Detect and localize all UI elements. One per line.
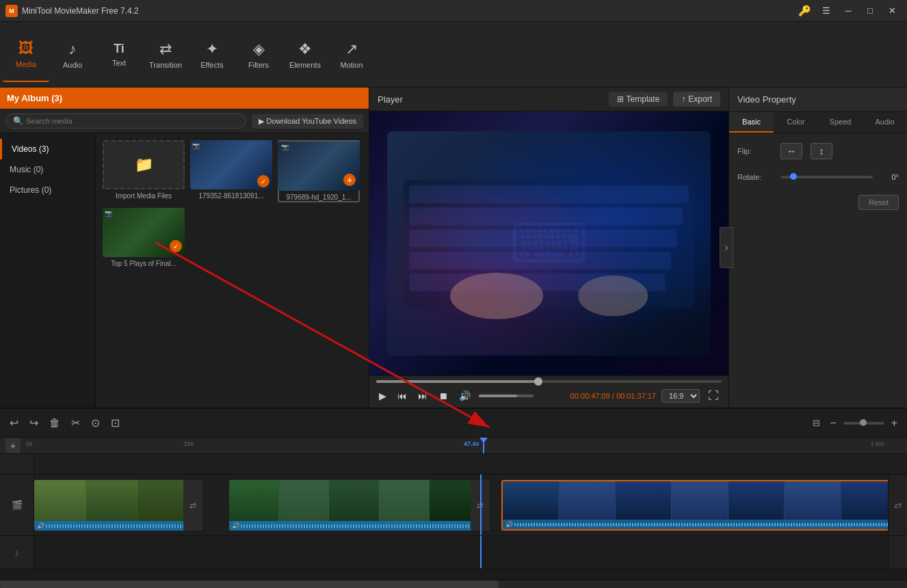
next-frame-button[interactable]: ⏭ — [415, 389, 430, 403]
progress-bar[interactable] — [376, 380, 722, 383]
toolbar-text[interactable]: Ti Text — [96, 27, 142, 82]
keyboard-visual — [387, 131, 711, 356]
redo-button[interactable]: ↪ — [27, 414, 41, 432]
rotate-slider[interactable] — [780, 176, 873, 178]
tab-audio[interactable]: Audio — [863, 112, 907, 133]
toolbar-effects[interactable]: ✦ Effects — [189, 27, 235, 82]
fullscreen-button[interactable]: ⛶ — [705, 388, 722, 403]
svg-rect-5 — [409, 273, 665, 291]
download-youtube-btn[interactable]: ▶ Download YouTube Videos — [252, 114, 364, 129]
titlebar-key-btn[interactable]: 🔑 — [795, 3, 814, 18]
progress-fill — [376, 380, 538, 383]
stop-button[interactable]: ⏹ — [436, 389, 451, 403]
download-youtube-label: Download YouTube Videos — [267, 117, 357, 125]
vid1-label: 179352-861813091... — [190, 192, 272, 200]
toolbar-motion[interactable]: ↗ Motion — [328, 27, 375, 82]
playhead[interactable] — [483, 438, 484, 453]
tab-speed[interactable]: Speed — [818, 112, 863, 133]
time-display: 00:00:47:09 / 00:01:37:17 — [570, 392, 656, 400]
upper-audio-track — [0, 454, 907, 475]
timeline-scrollbar[interactable] — [0, 580, 907, 588]
toolbar-transition-label: Transition — [149, 61, 182, 69]
timeline-zoom-controls: ⊟ − + — [810, 414, 900, 432]
minimize-button[interactable]: ─ — [839, 3, 858, 18]
crop-button[interactable]: ⊡ — [108, 414, 122, 432]
zoom-slider[interactable] — [843, 422, 884, 425]
toolbar-filters[interactable]: ◈ Filters — [235, 27, 282, 82]
toolbar: 🖼 Media ♪ Audio Ti Text ⇄ Transition ✦ E… — [0, 22, 907, 88]
vid3-cam-icon: 📷 — [105, 210, 112, 217]
aspect-ratio-select[interactable]: 16:9 4:3 1:1 — [661, 389, 700, 403]
timeline-clip-1[interactable]: 🔊 — [34, 480, 190, 531]
ruler-mark-47s: 47.4s — [464, 440, 479, 447]
flip-label: Flip: — [737, 147, 775, 155]
playhead-triangle — [479, 438, 488, 443]
tab-basic[interactable]: Basic — [729, 112, 774, 133]
youtube-icon: ▶ — [259, 117, 264, 126]
toolbar-transition[interactable]: ⇄ Transition — [142, 27, 189, 82]
import-label: Import Media Files — [103, 192, 185, 200]
ruler-mark-0s: 0s — [26, 440, 33, 447]
reset-button[interactable]: Reset — [858, 195, 899, 210]
detach-audio-button[interactable]: ⊙ — [88, 414, 103, 432]
titlebar-menu-btn[interactable]: ☰ — [817, 3, 836, 18]
player-controls: ▶ ⏮ ⏭ ⏹ 🔊 00:00:47:09 / 00:01:37:17 16:9 — [369, 375, 728, 407]
vid3-check-badge: ✓ — [170, 240, 182, 252]
rotate-label: Rotate: — [737, 173, 775, 181]
split-button[interactable]: ✂ — [68, 414, 83, 432]
timeline-ruler: + 0s 15s 47.4s 1.6m — [0, 438, 907, 454]
toolbar-audio[interactable]: ♪ Audio — [49, 27, 96, 82]
media-icon: 🖼 — [18, 40, 34, 57]
template-button[interactable]: ⊞ Template — [609, 92, 668, 107]
panel-collapse-button[interactable]: › — [720, 227, 733, 268]
play-button[interactable]: ▶ — [376, 389, 389, 403]
right-track-handle[interactable]: ⇄ — [888, 475, 907, 535]
zoom-fit-button[interactable]: ⊟ — [810, 415, 823, 431]
export-button[interactable]: ↑ Export — [673, 92, 720, 107]
maximize-button[interactable]: □ — [860, 3, 880, 18]
app-icon: M — [5, 5, 18, 17]
transition-handle-1[interactable]: ⇄ — [183, 480, 202, 531]
svg-rect-3 — [409, 230, 676, 248]
audio-track-content[interactable] — [34, 536, 888, 568]
audio-icon: ♪ — [69, 40, 77, 58]
scrollbar-thumb[interactable] — [0, 580, 499, 588]
left-panel-body: Videos (3) Music (0) Pictures (0) 📁 Impo… — [0, 133, 369, 407]
media-item-vid2[interactable]: 📷 + 979689-hd_1920_1... — [278, 140, 360, 202]
import-media-tile[interactable]: 📁 Import Media Files — [103, 140, 185, 202]
ruler-marks: 0s 15s 47.4s 1.6m — [26, 438, 902, 453]
progress-thumb[interactable] — [534, 377, 542, 386]
tab-color[interactable]: Color — [774, 112, 818, 133]
toolbar-media[interactable]: 🖼 Media — [3, 27, 49, 82]
svg-point-8 — [578, 276, 648, 317]
prev-frame-button[interactable]: ⏮ — [395, 389, 410, 403]
video-track-content[interactable]: 🔊 ⇄ — [34, 475, 888, 535]
zoom-in-button[interactable]: + — [889, 414, 900, 432]
toolbar-audio-label: Audio — [63, 61, 82, 69]
sidebar-item-videos[interactable]: Videos (3) — [0, 139, 95, 159]
zoom-out-button[interactable]: − — [827, 414, 839, 432]
sidebar-item-music[interactable]: Music (0) — [0, 159, 95, 180]
track-playhead — [480, 475, 482, 535]
svg-rect-6 — [404, 179, 694, 307]
video-preview — [369, 111, 728, 375]
volume-slider[interactable] — [479, 395, 534, 397]
delete-button[interactable]: 🗑 — [47, 414, 63, 432]
add-track-button[interactable]: + — [5, 438, 21, 453]
volume-button[interactable]: 🔊 — [456, 389, 473, 403]
toolbar-elements-label: Elements — [289, 61, 321, 69]
audio-track-label: ♪ — [0, 536, 34, 568]
media-item-vid1[interactable]: 📷 ✓ 179352-861813091... — [190, 140, 272, 202]
property-content: Flip: ↔ ↕ Rotate: 0° Reset — [729, 133, 907, 407]
flip-vertical-button[interactable]: ↕ — [811, 143, 832, 159]
media-item-vid3[interactable]: 📷 ✓ Top 5 Plays of Final... — [103, 208, 185, 267]
toolbar-elements[interactable]: ❖ Elements — [282, 27, 328, 82]
timeline-clip-3[interactable]: 🔊 — [501, 480, 888, 531]
close-button[interactable]: ✕ — [882, 3, 902, 18]
sidebar-item-pictures[interactable]: Pictures (0) — [0, 180, 95, 200]
flip-horizontal-button[interactable]: ↔ — [780, 143, 802, 159]
timeline-clip-2[interactable]: 🔊 — [229, 480, 479, 531]
search-box[interactable]: 🔍 — [5, 113, 246, 129]
search-input[interactable] — [26, 117, 239, 125]
undo-button[interactable]: ↩ — [7, 414, 21, 432]
